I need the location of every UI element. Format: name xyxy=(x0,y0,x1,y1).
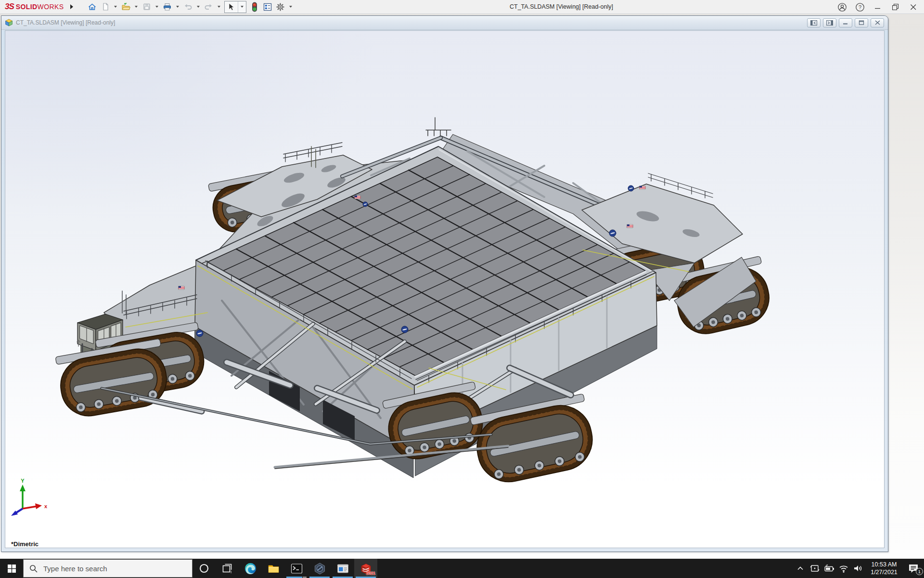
print-dropdown[interactable] xyxy=(176,6,179,8)
edge-icon xyxy=(244,562,257,575)
document-titlebar[interactable]: CT_TA.SLDASM [Viewing] [Read-only] xyxy=(1,16,888,30)
open-folder-icon xyxy=(121,2,130,11)
save-dropdown[interactable] xyxy=(155,6,158,8)
pane-right-icon xyxy=(826,20,833,26)
crawler-transporter-model[interactable] xyxy=(5,31,885,535)
orientation-triad: Y x xyxy=(8,478,51,519)
select-dropdown[interactable] xyxy=(241,6,244,8)
app-titlebar: 3S SOLID WORKS xyxy=(0,0,924,14)
notification-badge: 1 xyxy=(916,568,923,575)
taskbar-edge-button[interactable] xyxy=(239,559,262,578)
wifi-icon xyxy=(838,564,849,573)
performance-button[interactable] xyxy=(248,1,261,13)
collapse-left-pane-button[interactable] xyxy=(807,18,821,27)
graphics-viewport[interactable]: Y x *Dimetric xyxy=(5,30,885,548)
home-icon xyxy=(88,2,97,11)
account-icon xyxy=(837,2,847,12)
tray-date: 1/27/2021 xyxy=(871,568,898,576)
collapse-right-pane-button[interactable] xyxy=(823,18,836,27)
document-window: CT_TA.SLDASM [Viewing] [Read-only] xyxy=(1,15,888,552)
print-icon xyxy=(163,2,172,11)
doc-restore-icon xyxy=(859,20,864,25)
traffic-light-icon xyxy=(252,2,257,12)
select-cursor-icon xyxy=(228,3,235,11)
pane-left-icon xyxy=(810,20,817,26)
doc-close-button[interactable] xyxy=(871,18,884,27)
undo-icon xyxy=(183,2,192,11)
taskbar-clock[interactable]: 10:53 AM1/27/2021 xyxy=(865,559,903,578)
network-button[interactable] xyxy=(836,559,851,578)
doc-minimize-button[interactable] xyxy=(839,18,852,27)
print-button[interactable] xyxy=(161,1,174,13)
options-dropdown[interactable] xyxy=(289,6,292,8)
hidden-icons-button[interactable] xyxy=(793,559,808,578)
start-button[interactable] xyxy=(0,559,23,578)
menu-flyout-arrow-icon[interactable] xyxy=(70,4,73,9)
hexagon-app-icon xyxy=(313,562,326,575)
volume-button[interactable] xyxy=(851,559,865,578)
svg-text:?: ? xyxy=(858,4,861,10)
select-button[interactable] xyxy=(225,1,238,13)
gear-icon xyxy=(276,2,285,12)
account-button[interactable] xyxy=(833,0,851,14)
system-tray: 10:53 AM1/27/2021 1 xyxy=(793,559,924,578)
taskbar-search[interactable] xyxy=(23,559,192,578)
cortana-icon xyxy=(198,562,210,575)
command-prompt-icon xyxy=(290,562,303,575)
solidworks-logo: 3S SOLID WORKS xyxy=(5,2,64,12)
view-orientation-label: *Dimetric xyxy=(11,540,38,548)
doc-minimize-icon xyxy=(843,20,848,25)
taskbar-hexagon-app-button[interactable] xyxy=(308,559,331,578)
restore-button[interactable] xyxy=(886,0,904,14)
select-separator xyxy=(238,1,238,13)
options-button[interactable] xyxy=(274,1,287,13)
window-app-icon xyxy=(336,562,349,575)
taskbar-window-app-button[interactable] xyxy=(331,559,354,578)
minimize-icon xyxy=(875,4,881,10)
home-button[interactable] xyxy=(86,1,99,13)
document-window-controls xyxy=(807,18,884,27)
main-toolbar xyxy=(86,1,295,13)
tablet-mode-icon xyxy=(809,564,820,573)
new-document-dropdown[interactable] xyxy=(114,6,117,8)
save-floppy-icon xyxy=(142,2,151,11)
cortana-button[interactable] xyxy=(192,559,216,578)
top-railing xyxy=(426,118,451,136)
save-button[interactable] xyxy=(140,1,153,13)
taskbar-solidworks-button[interactable]: 2021 xyxy=(354,559,377,578)
open-dropdown[interactable] xyxy=(135,6,138,8)
windows-taskbar: 2021 10:53 AM1/27/2021 1 xyxy=(0,559,924,578)
search-input[interactable] xyxy=(42,564,172,573)
mdi-background: CT_TA.SLDASM [Viewing] [Read-only] xyxy=(0,14,924,559)
battery-charging-icon xyxy=(823,564,835,573)
display-list-icon xyxy=(263,3,272,11)
svg-text:Y: Y xyxy=(21,478,25,484)
app-title: CT_TA.SLDASM [Viewing] [Read-only] xyxy=(510,0,613,14)
redo-icon xyxy=(204,2,213,11)
search-icon xyxy=(29,565,38,573)
doc-restore-button[interactable] xyxy=(855,18,868,27)
redo-dropdown[interactable] xyxy=(218,6,220,8)
battery-button[interactable] xyxy=(822,559,836,578)
redo-button[interactable] xyxy=(202,1,215,13)
display-pane-button[interactable] xyxy=(261,1,274,13)
3ds-logo-mark: 3S xyxy=(5,2,14,12)
taskbar-command-prompt-button[interactable] xyxy=(285,559,308,578)
tray-time: 10:53 AM xyxy=(871,561,898,568)
document-title: CT_TA.SLDASM [Viewing] [Read-only] xyxy=(16,19,115,26)
assembly-document-icon xyxy=(5,19,13,26)
tablet-mode-button[interactable] xyxy=(808,559,822,578)
open-button[interactable] xyxy=(119,1,132,13)
doc-close-icon xyxy=(875,20,880,25)
taskbar-file-explorer-button[interactable] xyxy=(262,559,285,578)
restore-icon xyxy=(892,4,898,10)
undo-button[interactable] xyxy=(181,1,194,13)
close-button[interactable] xyxy=(904,0,922,14)
undo-dropdown[interactable] xyxy=(197,6,200,8)
minimize-button[interactable] xyxy=(869,0,886,14)
task-view-button[interactable] xyxy=(216,559,239,578)
action-center-button[interactable]: 1 xyxy=(903,559,924,578)
help-button[interactable]: ? xyxy=(851,0,869,14)
help-icon: ? xyxy=(855,2,865,12)
new-document-button[interactable] xyxy=(99,1,112,13)
